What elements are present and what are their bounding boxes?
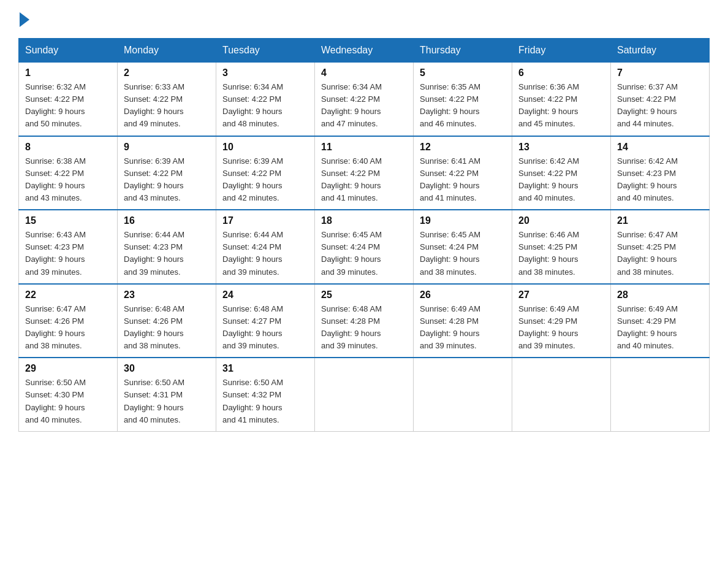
day-info: Sunrise: 6:42 AMSunset: 4:23 PMDaylight:… bbox=[617, 155, 703, 205]
day-number: 22 bbox=[25, 289, 111, 301]
calendar-cell: 29Sunrise: 6:50 AMSunset: 4:30 PMDayligh… bbox=[19, 358, 118, 431]
calendar-cell: 30Sunrise: 6:50 AMSunset: 4:31 PMDayligh… bbox=[118, 358, 216, 431]
day-info: Sunrise: 6:50 AMSunset: 4:30 PMDaylight:… bbox=[25, 377, 111, 426]
calendar-cell: 1Sunrise: 6:32 AMSunset: 4:22 PMDaylight… bbox=[19, 63, 118, 136]
calendar-cell: 5Sunrise: 6:35 AMSunset: 4:22 PMDaylight… bbox=[414, 63, 512, 136]
day-number: 18 bbox=[321, 215, 407, 226]
calendar-week-row: 22Sunrise: 6:47 AMSunset: 4:26 PMDayligh… bbox=[19, 284, 710, 358]
calendar-cell: 6Sunrise: 6:36 AMSunset: 4:22 PMDaylight… bbox=[512, 63, 611, 136]
logo-arrow-icon bbox=[20, 12, 29, 27]
day-number: 27 bbox=[518, 289, 604, 301]
day-number: 5 bbox=[420, 67, 506, 79]
day-number: 2 bbox=[124, 67, 210, 79]
day-number: 13 bbox=[518, 142, 604, 153]
day-info: Sunrise: 6:39 AMSunset: 4:22 PMDaylight:… bbox=[124, 155, 210, 205]
calendar-cell: 25Sunrise: 6:48 AMSunset: 4:28 PMDayligh… bbox=[315, 284, 414, 358]
calendar-week-row: 15Sunrise: 6:43 AMSunset: 4:23 PMDayligh… bbox=[19, 210, 710, 284]
weekday-header-thursday: Thursday bbox=[414, 39, 512, 63]
day-info: Sunrise: 6:47 AMSunset: 4:25 PMDaylight:… bbox=[617, 229, 703, 278]
calendar-cell: 10Sunrise: 6:39 AMSunset: 4:22 PMDayligh… bbox=[216, 136, 315, 210]
calendar-cell: 14Sunrise: 6:42 AMSunset: 4:23 PMDayligh… bbox=[611, 136, 710, 210]
day-number: 7 bbox=[617, 67, 703, 79]
day-number: 30 bbox=[124, 363, 210, 374]
day-number: 9 bbox=[124, 142, 210, 153]
day-info: Sunrise: 6:41 AMSunset: 4:22 PMDaylight:… bbox=[420, 155, 506, 205]
day-number: 23 bbox=[124, 289, 210, 301]
day-info: Sunrise: 6:45 AMSunset: 4:24 PMDaylight:… bbox=[321, 229, 407, 278]
calendar-cell: 11Sunrise: 6:40 AMSunset: 4:22 PMDayligh… bbox=[315, 136, 414, 210]
day-info: Sunrise: 6:43 AMSunset: 4:23 PMDaylight:… bbox=[25, 229, 111, 278]
day-info: Sunrise: 6:49 AMSunset: 4:29 PMDaylight:… bbox=[617, 303, 703, 353]
day-number: 17 bbox=[222, 215, 308, 226]
calendar-cell: 28Sunrise: 6:49 AMSunset: 4:29 PMDayligh… bbox=[611, 284, 710, 358]
day-number: 14 bbox=[617, 142, 703, 153]
day-info: Sunrise: 6:44 AMSunset: 4:23 PMDaylight:… bbox=[124, 229, 210, 278]
day-number: 25 bbox=[321, 289, 407, 301]
day-number: 20 bbox=[518, 215, 604, 226]
calendar-cell: 9Sunrise: 6:39 AMSunset: 4:22 PMDaylight… bbox=[118, 136, 216, 210]
day-info: Sunrise: 6:32 AMSunset: 4:22 PMDaylight:… bbox=[25, 81, 111, 131]
day-info: Sunrise: 6:36 AMSunset: 4:22 PMDaylight:… bbox=[518, 81, 604, 131]
calendar-cell bbox=[414, 358, 512, 431]
calendar-cell: 2Sunrise: 6:33 AMSunset: 4:22 PMDaylight… bbox=[118, 63, 216, 136]
day-info: Sunrise: 6:49 AMSunset: 4:29 PMDaylight:… bbox=[518, 303, 604, 353]
calendar-cell: 8Sunrise: 6:38 AMSunset: 4:22 PMDaylight… bbox=[19, 136, 118, 210]
calendar-cell: 16Sunrise: 6:44 AMSunset: 4:23 PMDayligh… bbox=[118, 210, 216, 284]
day-info: Sunrise: 6:38 AMSunset: 4:22 PMDaylight:… bbox=[25, 155, 111, 205]
day-info: Sunrise: 6:46 AMSunset: 4:25 PMDaylight:… bbox=[518, 229, 604, 278]
day-info: Sunrise: 6:48 AMSunset: 4:28 PMDaylight:… bbox=[321, 303, 407, 353]
calendar-cell: 20Sunrise: 6:46 AMSunset: 4:25 PMDayligh… bbox=[512, 210, 611, 284]
day-number: 11 bbox=[321, 142, 407, 153]
weekday-header-saturday: Saturday bbox=[611, 39, 710, 63]
day-number: 26 bbox=[420, 289, 506, 301]
weekday-header-monday: Monday bbox=[118, 39, 216, 63]
day-info: Sunrise: 6:47 AMSunset: 4:26 PMDaylight:… bbox=[25, 303, 111, 353]
day-number: 1 bbox=[25, 67, 111, 79]
calendar-cell: 23Sunrise: 6:48 AMSunset: 4:26 PMDayligh… bbox=[118, 284, 216, 358]
calendar-cell: 19Sunrise: 6:45 AMSunset: 4:24 PMDayligh… bbox=[414, 210, 512, 284]
day-info: Sunrise: 6:45 AMSunset: 4:24 PMDaylight:… bbox=[420, 229, 506, 278]
day-info: Sunrise: 6:48 AMSunset: 4:27 PMDaylight:… bbox=[222, 303, 308, 353]
calendar-cell: 22Sunrise: 6:47 AMSunset: 4:26 PMDayligh… bbox=[19, 284, 118, 358]
calendar-cell: 27Sunrise: 6:49 AMSunset: 4:29 PMDayligh… bbox=[512, 284, 611, 358]
day-info: Sunrise: 6:48 AMSunset: 4:26 PMDaylight:… bbox=[124, 303, 210, 353]
day-number: 3 bbox=[222, 67, 308, 79]
day-info: Sunrise: 6:33 AMSunset: 4:22 PMDaylight:… bbox=[124, 81, 210, 131]
calendar-cell: 31Sunrise: 6:50 AMSunset: 4:32 PMDayligh… bbox=[216, 358, 315, 431]
weekday-header-sunday: Sunday bbox=[19, 39, 118, 63]
day-info: Sunrise: 6:34 AMSunset: 4:22 PMDaylight:… bbox=[321, 81, 407, 131]
day-info: Sunrise: 6:37 AMSunset: 4:22 PMDaylight:… bbox=[617, 81, 703, 131]
calendar-cell bbox=[512, 358, 611, 431]
day-number: 16 bbox=[124, 215, 210, 226]
calendar-week-row: 29Sunrise: 6:50 AMSunset: 4:30 PMDayligh… bbox=[19, 358, 710, 431]
page-header bbox=[18, 12, 710, 27]
calendar-cell bbox=[315, 358, 414, 431]
day-number: 31 bbox=[222, 363, 308, 374]
day-info: Sunrise: 6:50 AMSunset: 4:32 PMDaylight:… bbox=[222, 377, 308, 426]
logo bbox=[18, 12, 31, 27]
day-number: 12 bbox=[420, 142, 506, 153]
calendar-cell: 7Sunrise: 6:37 AMSunset: 4:22 PMDaylight… bbox=[611, 63, 710, 136]
calendar-cell bbox=[611, 358, 710, 431]
day-number: 6 bbox=[518, 67, 604, 79]
day-number: 29 bbox=[25, 363, 111, 374]
day-number: 19 bbox=[420, 215, 506, 226]
day-info: Sunrise: 6:34 AMSunset: 4:22 PMDaylight:… bbox=[222, 81, 308, 131]
day-number: 8 bbox=[25, 142, 111, 153]
day-info: Sunrise: 6:40 AMSunset: 4:22 PMDaylight:… bbox=[321, 155, 407, 205]
calendar-cell: 15Sunrise: 6:43 AMSunset: 4:23 PMDayligh… bbox=[19, 210, 118, 284]
weekday-header-row: SundayMondayTuesdayWednesdayThursdayFrid… bbox=[19, 39, 710, 63]
calendar-cell: 21Sunrise: 6:47 AMSunset: 4:25 PMDayligh… bbox=[611, 210, 710, 284]
day-info: Sunrise: 6:44 AMSunset: 4:24 PMDaylight:… bbox=[222, 229, 308, 278]
calendar-cell: 3Sunrise: 6:34 AMSunset: 4:22 PMDaylight… bbox=[216, 63, 315, 136]
day-info: Sunrise: 6:39 AMSunset: 4:22 PMDaylight:… bbox=[222, 155, 308, 205]
calendar-cell: 13Sunrise: 6:42 AMSunset: 4:22 PMDayligh… bbox=[512, 136, 611, 210]
calendar-cell: 24Sunrise: 6:48 AMSunset: 4:27 PMDayligh… bbox=[216, 284, 315, 358]
calendar-cell: 18Sunrise: 6:45 AMSunset: 4:24 PMDayligh… bbox=[315, 210, 414, 284]
day-number: 24 bbox=[222, 289, 308, 301]
calendar-cell: 17Sunrise: 6:44 AMSunset: 4:24 PMDayligh… bbox=[216, 210, 315, 284]
calendar-week-row: 1Sunrise: 6:32 AMSunset: 4:22 PMDaylight… bbox=[19, 63, 710, 136]
day-number: 10 bbox=[222, 142, 308, 153]
weekday-header-wednesday: Wednesday bbox=[315, 39, 414, 63]
day-info: Sunrise: 6:49 AMSunset: 4:28 PMDaylight:… bbox=[420, 303, 506, 353]
